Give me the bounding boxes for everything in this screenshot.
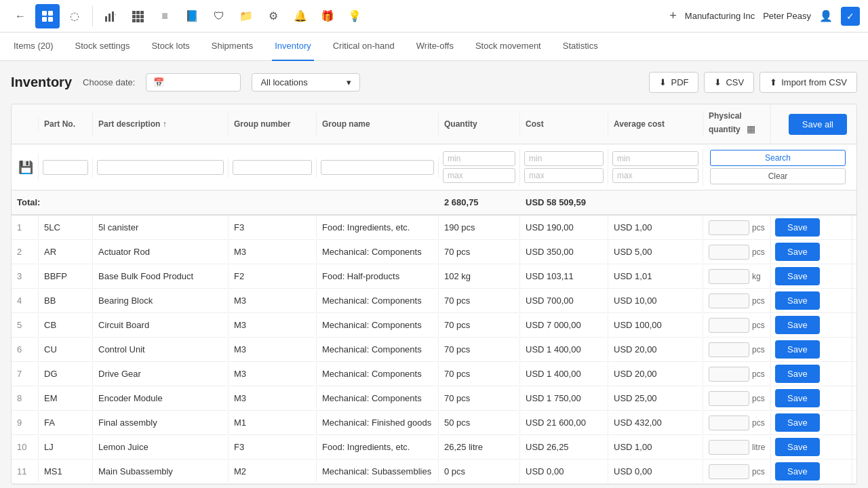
physical-qty-input[interactable] <box>709 318 749 333</box>
second-navigation: Items (20) Stock settings Stock lots Shi… <box>0 33 868 61</box>
bell-button[interactable]: 🔔 <box>288 4 313 28</box>
physical-qty-input[interactable] <box>709 220 749 235</box>
filter-groupnum-input[interactable] <box>233 160 312 175</box>
row-groupnum: M3 <box>229 314 317 336</box>
dashboard-button[interactable] <box>35 4 60 28</box>
total-row: Total: 2 680,75 USD 58 509,59 <box>12 190 856 216</box>
physical-qty-input[interactable] <box>709 440 749 455</box>
save-row-button[interactable]: Save <box>775 389 820 407</box>
row-avgcost: USD 432,00 <box>608 411 703 434</box>
row-partdesc: Actuator Rod <box>93 241 229 263</box>
nav-writeoffs-tab[interactable]: Write-offs <box>414 33 456 61</box>
row-avgcost: USD 0,00 <box>608 460 703 483</box>
location-dropdown[interactable]: All locations ▾ <box>252 73 360 92</box>
th-groupname: Group name <box>317 113 439 136</box>
spinner-button[interactable]: ◌ <box>62 4 87 28</box>
save-row-button[interactable]: Save <box>775 340 820 359</box>
list-button[interactable]: ≡ <box>153 4 177 28</box>
clear-button[interactable]: Clear <box>710 168 846 184</box>
nav-shipments-tab[interactable]: Shipments <box>209 33 256 61</box>
gift-button[interactable]: 🎁 <box>315 4 340 28</box>
save-row-button[interactable]: Save <box>775 438 820 456</box>
nav-stock-movement-tab[interactable]: Stock movement <box>473 33 544 61</box>
unit-label: pcs <box>752 369 765 379</box>
notification-icon-blue[interactable]: ✓ <box>841 7 860 26</box>
filter-groupname-input[interactable] <box>321 160 434 175</box>
user-icon[interactable]: 👤 <box>819 9 833 22</box>
svg-rect-6 <box>112 12 114 22</box>
save-row-button[interactable]: Save <box>775 243 820 261</box>
save-all-button[interactable]: Save all <box>789 114 847 135</box>
physical-qty-input[interactable] <box>709 342 749 357</box>
save-row-button[interactable]: Save <box>775 291 820 310</box>
save-row-button[interactable]: Save <box>775 413 820 432</box>
filter-quantity-max[interactable] <box>443 168 515 183</box>
table-row: 1 5LC 5l canister F3 Food: Ingredients, … <box>12 216 856 240</box>
row-num: 5 <box>12 314 39 336</box>
back-button[interactable]: ← <box>8 4 33 28</box>
nav-stock-lots-tab[interactable]: Stock lots <box>149 33 192 61</box>
nav-items-tab[interactable]: Items (20) <box>11 33 56 61</box>
search-button[interactable]: Search <box>710 150 846 166</box>
row-quantity: 26,25 litre <box>439 436 520 458</box>
filter-avgcost-max[interactable] <box>612 168 698 183</box>
row-save-cell: Save <box>771 460 852 483</box>
row-groupname: Mechanical: Components <box>317 289 439 312</box>
row-quantity: 70 pcs <box>439 363 520 385</box>
save-row-button[interactable]: Save <box>775 267 820 285</box>
column-settings-icon[interactable]: ▦ <box>743 121 759 137</box>
th-partdesc[interactable]: Part description ↑ <box>93 113 229 136</box>
book-button[interactable]: 📘 <box>180 4 204 28</box>
row-num: 9 <box>12 411 39 434</box>
shield-button[interactable]: 🛡 <box>207 4 231 28</box>
physical-qty-input[interactable] <box>709 269 749 284</box>
header-actions: ⬇ PDF ⬇ CSV ⬆ Import from CSV <box>649 72 857 93</box>
chart-button[interactable] <box>98 4 123 28</box>
th-cost: Cost <box>520 113 608 136</box>
nav-stock-settings-tab[interactable]: Stock settings <box>73 33 133 61</box>
physical-qty-input[interactable] <box>709 415 749 430</box>
filter-cost-max[interactable] <box>524 168 604 183</box>
physical-qty-input[interactable] <box>709 367 749 382</box>
filter-cost-min[interactable] <box>524 151 604 166</box>
filter-partno-input[interactable] <box>43 160 88 175</box>
row-partno: CB <box>39 314 93 336</box>
row-num: 10 <box>12 436 39 458</box>
svg-rect-0 <box>42 11 47 16</box>
add-button[interactable]: + <box>669 9 677 23</box>
save-row-button[interactable]: Save <box>775 365 820 383</box>
filter-save-icon[interactable]: 💾 <box>16 157 36 178</box>
idea-button[interactable]: 💡 <box>342 4 367 28</box>
settings-button[interactable]: ⚙ <box>261 4 285 28</box>
csv-button[interactable]: ⬇ CSV <box>704 72 754 93</box>
row-partdesc: Control Unit <box>93 338 229 361</box>
row-avgcost: USD 20,00 <box>608 338 703 361</box>
nav-statistics-tab[interactable]: Statistics <box>560 33 601 61</box>
physical-qty-input[interactable] <box>709 293 749 308</box>
physical-qty-input[interactable] <box>709 464 749 479</box>
save-row-button[interactable]: Save <box>775 218 820 237</box>
folder-button[interactable]: 📁 <box>234 4 258 28</box>
grid-button[interactable] <box>125 4 150 28</box>
physical-qty-input[interactable] <box>709 245 749 260</box>
nav-critical-onhand-tab[interactable]: Critical on-hand <box>330 33 397 61</box>
save-row-button[interactable]: Save <box>775 462 820 481</box>
filter-partdesc-input[interactable] <box>97 160 224 175</box>
choose-date-label: Choose date: <box>83 77 135 87</box>
pdf-button[interactable]: ⬇ PDF <box>649 72 698 93</box>
date-picker[interactable]: 📅 <box>146 73 241 92</box>
filter-quantity-min[interactable] <box>443 151 515 166</box>
physical-qty-input[interactable] <box>709 391 749 406</box>
row-num: 1 <box>12 216 39 239</box>
import-csv-button[interactable]: ⬆ Import from CSV <box>760 72 857 93</box>
filter-avgcost-min[interactable] <box>612 151 698 166</box>
row-partno: FA <box>39 411 93 434</box>
filter-save-icon-cell: 💾 <box>12 155 39 180</box>
save-row-button[interactable]: Save <box>775 316 820 334</box>
nav-inventory-tab[interactable]: Inventory <box>272 33 313 61</box>
table-row: 4 BB Bearing Block M3 Mechanical: Compon… <box>12 289 856 313</box>
row-groupname: Mechanical: Components <box>317 363 439 385</box>
row-avgcost: USD 1,00 <box>608 436 703 458</box>
row-partdesc: Circuit Board <box>93 314 229 336</box>
svg-rect-1 <box>48 11 53 16</box>
